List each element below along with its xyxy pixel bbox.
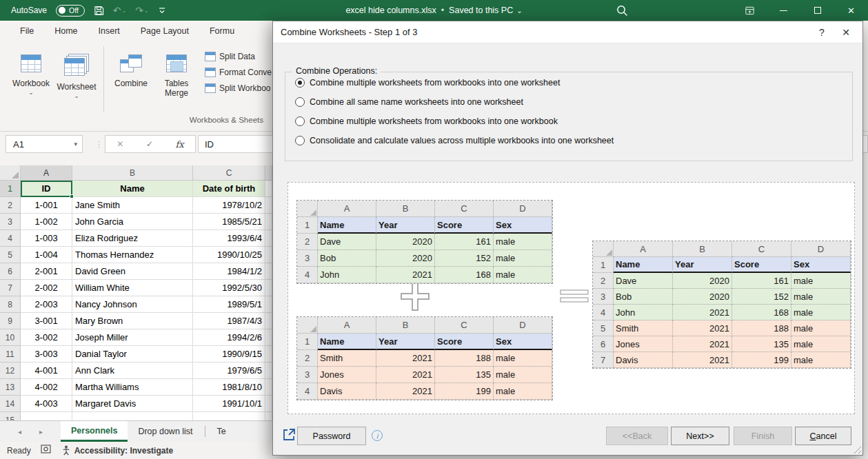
dialog-close-icon[interactable]: ✕ [835,24,857,41]
info-icon[interactable]: i [372,430,383,441]
cell[interactable]: 1989/5/1 [193,296,265,313]
ribbon-tab-page-layout[interactable]: Page Layout [130,21,199,41]
cell[interactable]: William White [72,280,193,296]
cell[interactable]: Martha Williams [72,379,193,396]
minimize-button[interactable] [767,0,800,21]
cell[interactable]: 1987/4/3 [193,313,265,329]
cell[interactable]: David Green [72,263,193,280]
cell[interactable]: 3-001 [21,313,72,329]
cell[interactable]: 1979/6/5 [193,363,265,379]
row-header-12[interactable]: 12 [0,363,21,379]
sheet-nav-right-icon[interactable]: ▸ [39,428,43,436]
row-header-10[interactable]: 10 [0,329,21,346]
cell[interactable]: 1985/5/21 [193,214,265,230]
confirm-entry-icon[interactable]: ✓ [146,139,153,149]
ribbon-button-worksheet[interactable]: Worksheet⌄ [54,41,99,112]
cell[interactable]: Mary Brown [72,313,193,329]
cell-partial[interactable] [265,329,272,346]
cell[interactable]: Danial Taylor [72,346,193,363]
cell-partial[interactable] [265,412,272,420]
resize-grip[interactable] [852,445,861,453]
combine-option-3[interactable]: Combine multiple worksheets from workboo… [295,112,614,131]
cell[interactable]: 1-004 [21,247,72,263]
cell[interactable]: 1-002 [21,214,72,230]
row-header-6[interactable]: 6 [0,263,21,280]
cell[interactable]: Date of birth [193,181,265,197]
cell-partial[interactable] [265,346,272,363]
save-icon[interactable] [94,6,104,16]
row-header-15[interactable]: 15 [0,412,21,420]
cell[interactable]: 1990/10/25 [193,247,265,263]
cell[interactable]: Joseph Miller [72,329,193,346]
row-header-9[interactable]: 9 [0,313,21,329]
radio-button-selected[interactable] [295,78,305,88]
cancel-button[interactable]: Cancel [795,427,851,445]
cell-partial[interactable] [265,214,272,230]
sheet-nav-left-icon[interactable]: ◂ [18,428,21,436]
row-header-14[interactable]: 14 [0,396,21,412]
chevron-down-icon[interactable]: ⌄ [516,7,522,14]
ribbon-button-tables-merge[interactable]: Tables Merge [154,41,199,112]
cancel-entry-icon[interactable]: ✕ [117,139,123,149]
row-header-3[interactable]: 3 [0,214,21,230]
name-box-dropdown-icon[interactable]: ▾ [74,141,77,147]
cell[interactable] [193,412,265,420]
cell[interactable]: Jane Smith [72,197,193,214]
combine-option-2[interactable]: Combine all same name worksheets into on… [295,92,614,112]
cell[interactable]: 3-002 [21,329,72,346]
cell-partial[interactable] [265,263,272,280]
next-button[interactable]: Next>> [671,427,729,445]
cell[interactable]: 4-003 [21,396,72,412]
maximize-button[interactable] [800,0,834,21]
row-header-5[interactable]: 5 [0,247,21,263]
ribbon-tab-formu[interactable]: Formu [199,21,245,41]
cell-partial[interactable] [265,296,272,313]
dialog-help-button[interactable]: ? [811,24,832,41]
radio-button[interactable] [295,97,305,107]
row-header-4[interactable]: 4 [0,230,21,247]
cell[interactable]: 3-003 [21,346,72,363]
column-header-partial[interactable] [265,165,272,181]
cell[interactable]: 2-002 [21,280,72,296]
row-header-1[interactable]: 1 [0,181,21,197]
ribbon-tab-insert[interactable]: Insert [88,21,130,41]
sheet-tab-te[interactable]: Te [207,421,236,442]
accessibility-status[interactable]: Accessibility: Investigate [61,445,173,456]
save-status[interactable]: Saved to this PC [449,6,513,15]
insert-function-icon[interactable]: fx [176,139,184,150]
cell[interactable]: 1994/2/6 [193,329,265,346]
cell[interactable]: 1-003 [21,230,72,247]
password-button[interactable]: Password [297,427,366,445]
spreadsheet-grid[interactable]: ABC1IDNameDate of birth21-001Jane Smith1… [0,165,272,420]
cell[interactable]: 2-003 [21,296,72,313]
ribbon-button-combine[interactable]: Combine [108,41,154,112]
name-box[interactable]: A1 ▾ [6,135,83,153]
select-all-corner[interactable] [0,165,21,181]
cell[interactable]: 1978/10/2 [193,197,265,214]
cell[interactable]: 1-001 [21,197,72,214]
row-header-11[interactable]: 11 [0,346,21,363]
cell[interactable]: Name [72,181,193,197]
row-header-2[interactable]: 2 [0,197,21,214]
cell[interactable]: 1991/10/1 [193,396,265,412]
cell[interactable]: 1990/9/15 [193,346,265,363]
cell[interactable]: 2-001 [21,263,72,280]
ribbon-display-options-icon[interactable] [733,0,767,21]
cell[interactable]: John Garcia [72,214,193,230]
ribbon-tab-file[interactable]: File [10,21,44,41]
customize-qat-icon[interactable] [158,6,166,14]
popout-icon[interactable] [281,427,296,445]
row-header-13[interactable]: 13 [0,379,21,396]
column-header-a[interactable]: A [21,165,72,181]
cell-partial[interactable] [265,247,272,263]
ribbon-tab-home[interactable]: Home [44,21,88,41]
combine-option-1[interactable]: Combine multiple worksheets from workboo… [295,73,614,92]
cell-partial[interactable] [265,313,272,329]
cell[interactable] [21,412,72,420]
column-header-b[interactable]: B [72,165,193,181]
cell[interactable]: 1992/5/30 [193,280,265,296]
cell[interactable]: Ann Clark [72,363,193,379]
close-button[interactable]: ✕ [834,0,868,21]
row-header-7[interactable]: 7 [0,280,21,296]
cell[interactable]: Margaret Davis [72,396,193,412]
